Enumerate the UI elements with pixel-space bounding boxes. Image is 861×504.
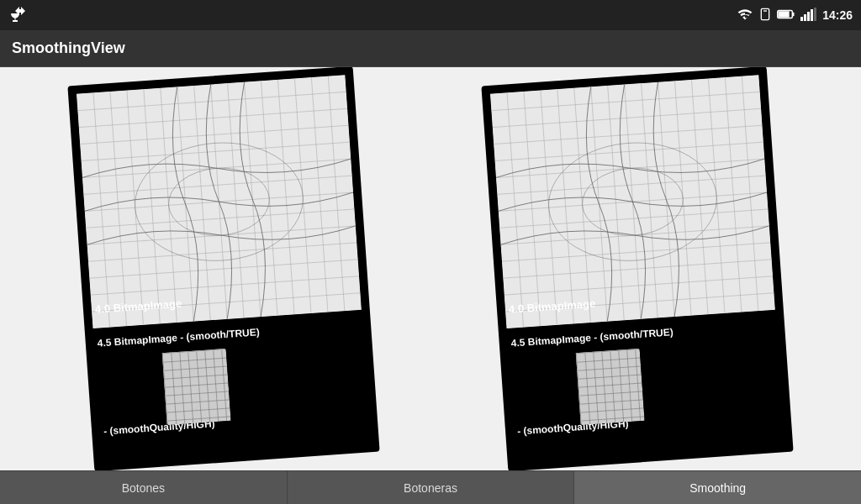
svg-rect-7 [807,12,810,21]
tab-botoneras[interactable]: Botoneras [288,471,575,504]
battery-icon [777,8,795,23]
time-display: 14:26 [822,8,853,22]
tab-botones[interactable]: Botones [0,471,288,504]
app-title: SmoothingView [12,39,125,57]
svg-rect-9 [814,8,816,21]
svg-rect-0 [762,8,769,19]
usb-icon [8,3,29,28]
svg-rect-8 [811,9,813,21]
tab-bar: Botones Botoneras Smoothing [0,470,861,504]
grid-image-left [77,75,362,328]
svg-rect-88 [577,349,645,425]
status-right: 14:26 [737,8,853,24]
status-left [8,3,29,28]
card-left-text-45-1: 4.5 BitmapImage - (smooth/TRUE) [97,326,260,349]
status-bar: 14:26 [0,0,861,30]
svg-rect-5 [800,17,803,21]
svg-rect-41 [163,349,231,425]
main-content: 4.0 BitmapImage 4.5 BitmapImage - (smoot… [0,67,861,470]
small-grid-right [576,349,644,424]
tab-smoothing[interactable]: Smoothing [574,471,861,504]
card-left: 4.0 BitmapImage 4.5 BitmapImage - (smoot… [67,67,379,470]
svg-rect-3 [779,11,790,17]
small-grid-left [162,349,230,424]
card-right-text-45-1: 4.5 BitmapImage - (smooth/TRUE) [510,326,673,349]
svg-rect-6 [804,14,806,21]
grid-image-right [490,75,775,328]
title-bar: SmoothingView [0,30,861,67]
svg-rect-4 [793,12,795,15]
signal-bars-icon [800,8,817,24]
wifi-icon [737,8,753,24]
phone-icon [758,8,772,24]
card-right: 4.0 BitmapImage 4.5 BitmapImage - (smoot… [481,67,793,470]
